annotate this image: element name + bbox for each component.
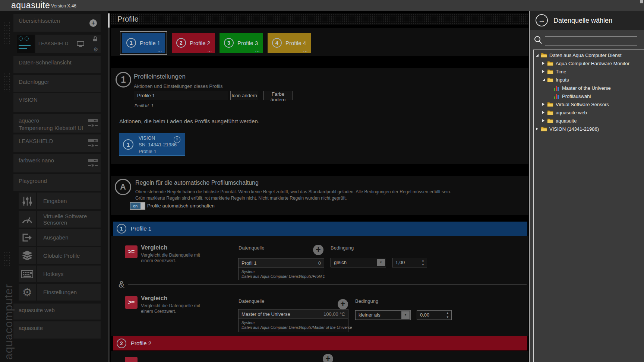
- sidebar-item-global-profiles[interactable]: Globale Profile: [37, 247, 101, 264]
- sidebar-item-quick-view[interactable]: Daten-Schnellansicht: [13, 56, 101, 73]
- spin-up-icon[interactable]: ▲: [422, 258, 424, 263]
- expander-collapsed-icon[interactable]: [536, 127, 540, 130]
- spin-down-icon[interactable]: ▼: [446, 315, 449, 319]
- spinner-arrows[interactable]: ▲▼: [422, 258, 424, 267]
- virtual-sensors-icon-tile[interactable]: [19, 211, 36, 228]
- rule-2-add-source-button[interactable]: +: [338, 299, 348, 309]
- rule-1-add-source-button[interactable]: +: [313, 245, 323, 255]
- rule-2-threshold-spinner[interactable]: 0,00 ▲▼: [417, 310, 452, 320]
- inputs-icon-tile[interactable]: [19, 193, 36, 209]
- search-input[interactable]: [545, 36, 637, 45]
- expander-expanded-icon[interactable]: [542, 79, 547, 81]
- monitor-icon[interactable]: [77, 41, 84, 47]
- tree-item[interactable]: Aqua Computer Hardware Monitor: [534, 59, 644, 67]
- sidebar-header-playground[interactable]: Playground: [13, 174, 101, 191]
- rule-1-source-box[interactable]: Profil 1 0 System Daten aus Aqua Compute…: [238, 258, 324, 280]
- add-overview-page-button[interactable]: +: [89, 19, 97, 27]
- settings-icon-tile[interactable]: ⚙: [19, 284, 36, 301]
- expander-collapsed-icon[interactable]: [542, 119, 547, 122]
- vision-action-card[interactable]: 1 VISION SN: 14341-21986 Profile 1 ×: [119, 133, 185, 156]
- sidebar-item-hotkeys[interactable]: Hotkeys: [37, 266, 101, 282]
- window-control-fragment[interactable]: [640, 0, 643, 3]
- rule-1-threshold-spinner[interactable]: 1,00 ▲▼: [392, 258, 427, 267]
- profile-id-label: Profil Id: [135, 104, 148, 108]
- sidebar-item-settings[interactable]: Einstellungen: [37, 284, 101, 301]
- leakshield-page-thumbnail[interactable]: [17, 35, 35, 53]
- dropdown-caret-button[interactable]: ▼: [401, 311, 410, 319]
- tree-item[interactable]: Inputs: [534, 76, 644, 84]
- device-icon: [88, 119, 98, 127]
- tree-item[interactable]: Master of the Universe: [534, 84, 644, 92]
- auto-rules-section: A Regeln für die automatische Profilumsc…: [111, 176, 528, 215]
- vision-label: VISION: [19, 96, 38, 103]
- and-connector-line: [128, 284, 527, 285]
- panel-collapse-button[interactable]: →: [536, 14, 548, 26]
- sidebar-item-aquaero[interactable]: aquaero Temperierung Klebstoff UI: [13, 114, 101, 133]
- expander-collapsed-icon[interactable]: [542, 70, 547, 73]
- auto-rules-description-1: Oben stehende Regeln haben die höchste P…: [135, 189, 451, 194]
- profile-4-more[interactable]: ...: [303, 48, 308, 53]
- tree-item[interactable]: Virtual Software Sensors: [534, 100, 644, 108]
- dropdown-caret-button[interactable]: ▼: [377, 259, 385, 266]
- rule-group-profile-2-bar[interactable]: 2 Profile 2: [113, 336, 528, 351]
- sidebar-item-leakshield-device[interactable]: LEAKSHIELD: [13, 134, 101, 152]
- global-profiles-icon-tile[interactable]: [19, 247, 36, 264]
- folder-icon: [547, 118, 553, 123]
- profile-3-number-badge: 3: [224, 38, 234, 48]
- tree-item[interactable]: Daten aus Aqua Computer Dienst: [534, 51, 644, 59]
- sidebar-item-aquasuite[interactable]: aquasuite: [13, 321, 101, 339]
- rule-1-operator-dropdown[interactable]: gleich ▼: [331, 258, 386, 267]
- expander-expanded-icon[interactable]: [536, 54, 540, 57]
- profile-2-more[interactable]: ...: [208, 48, 212, 53]
- profile-1-button[interactable]: 1 Profile 1 ...: [122, 33, 165, 53]
- sidebar-item-leakshield-page[interactable]: LEAKSHIELD ⚙: [35, 35, 101, 53]
- profile-4-button-label: Profile 4: [285, 33, 306, 53]
- main-scrollbar-track[interactable]: [108, 13, 110, 362]
- spin-up-icon[interactable]: ▲: [446, 311, 449, 315]
- rule-2-operator-dropdown[interactable]: kleiner als ▼: [355, 310, 411, 320]
- sidebar-header-overview-pages[interactable]: Übersichtsseiten +: [13, 14, 101, 32]
- sidebar-item-farbwerk[interactable]: farbwerk nano: [13, 154, 101, 172]
- auto-switch-toggle[interactable]: on: [130, 202, 145, 210]
- profile-2-button[interactable]: 2 Profile 2 ...: [172, 33, 215, 53]
- outputs-icon-tile[interactable]: [19, 229, 36, 246]
- rule-2-title: Vergleich: [141, 295, 167, 302]
- tree-item[interactable]: aquasuite web: [534, 108, 644, 117]
- rule-1-source-system: System: [242, 269, 321, 274]
- profile-4-button[interactable]: 4 Profile 4 ...: [268, 33, 311, 53]
- main-scrollbar-thumb[interactable]: [108, 13, 110, 28]
- rule-group-profile-1-bar[interactable]: 1 Profile 1: [113, 221, 528, 236]
- hotkeys-icon-tile[interactable]: [19, 266, 36, 282]
- sidebar-item-datalogger[interactable]: Datenlogger: [13, 75, 101, 92]
- lock-icon[interactable]: [93, 36, 98, 42]
- change-icon-button[interactable]: Icon ändern: [230, 91, 258, 100]
- tree-item[interactable]: VISION (14341-21986): [534, 125, 644, 133]
- profile-3-more[interactable]: ...: [255, 48, 260, 53]
- sidebar-item-vision[interactable]: VISION: [13, 93, 101, 112]
- expander-collapsed-icon[interactable]: [542, 103, 547, 106]
- profile-1-more[interactable]: ...: [158, 48, 162, 53]
- leakshield-device-label: LEAKSHIELD: [19, 138, 53, 144]
- tree-item[interactable]: Profilauswahl: [534, 92, 644, 100]
- rule-2-operator-value: kleiner als: [359, 311, 381, 320]
- rule-2-source-name: Master of the Universe: [242, 311, 323, 317]
- profile-name-input[interactable]: [134, 91, 228, 100]
- sidebar-item-aquasuite-web[interactable]: aquasuite web: [13, 304, 101, 320]
- sidebar-item-inputs[interactable]: Eingaben: [37, 193, 101, 209]
- spin-down-icon[interactable]: ▼: [422, 263, 424, 267]
- tree-item[interactable]: aquasuite: [534, 117, 644, 125]
- tree-item[interactable]: Time: [534, 67, 644, 76]
- sidebar-item-virtual-sensors[interactable]: Virtuelle Software Sensoren: [37, 211, 101, 228]
- change-color-button[interactable]: Farbe ändern: [263, 91, 293, 100]
- global-profiles-label: Globale Profile: [43, 253, 80, 259]
- profile-3-button[interactable]: 3 Profile 3 ...: [220, 33, 263, 53]
- expander-collapsed-icon[interactable]: [542, 111, 547, 114]
- remove-action-button[interactable]: ×: [174, 136, 180, 143]
- add-source-button[interactable]: +: [323, 354, 333, 362]
- spinner-arrows[interactable]: ▲▼: [446, 311, 449, 319]
- sidebar-item-outputs[interactable]: Ausgaben: [37, 229, 101, 246]
- tree-item-label: Daten aus Aqua Computer Dienst: [549, 53, 622, 58]
- expander-collapsed-icon[interactable]: [542, 62, 547, 65]
- page-settings-gear-icon[interactable]: ⚙: [94, 46, 98, 53]
- rule-2-source-box[interactable]: Master of the Universe 100,00 °C System …: [238, 309, 348, 332]
